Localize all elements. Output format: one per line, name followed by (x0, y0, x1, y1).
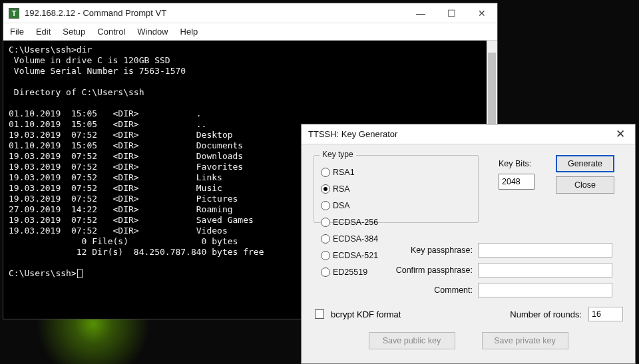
key-type-group: Key type RSA1RSADSAECDSA-256ECDSA-384ECD… (314, 155, 479, 223)
radio-label: ECDSA-521 (333, 251, 378, 260)
radio-label: ECDSA-256 (333, 218, 378, 227)
key-type-legend: Key type (320, 150, 356, 159)
dialog-title: TTSSH: Key Generator (308, 129, 397, 139)
close-button[interactable]: ✕ (467, 3, 497, 23)
radio-label: DSA (333, 201, 350, 210)
comment-label: Comment: (434, 285, 473, 295)
passphrase-input[interactable] (478, 243, 612, 258)
maximize-button[interactable]: ☐ (436, 3, 467, 23)
bcrypt-checkbox[interactable] (315, 309, 324, 319)
radio-label: RSA1 (333, 168, 355, 177)
menu-file[interactable]: File (10, 27, 24, 37)
rounds-label: Number of rounds: (510, 309, 582, 319)
confirm-passphrase-input[interactable] (478, 263, 612, 277)
radio-dot-icon (321, 268, 330, 277)
dialog-titlebar[interactable]: TTSSH: Key Generator ✕ (302, 124, 635, 144)
menu-bar: File Edit Setup Control Window Help (3, 23, 497, 41)
window-title: 192.168.2.12 - Command Prompt VT (25, 8, 166, 18)
cursor (77, 269, 83, 278)
menu-window[interactable]: Window (137, 27, 168, 37)
radio-dot-icon (321, 251, 330, 260)
menu-help[interactable]: Help (180, 27, 198, 37)
radio-ecdsa-256[interactable]: ECDSA-256 (321, 214, 399, 230)
dialog-close-button[interactable]: ✕ (606, 124, 635, 144)
radio-dot-icon (321, 168, 330, 177)
radio-label: ED25519 (333, 268, 367, 277)
menu-control[interactable]: Control (97, 27, 125, 37)
radio-label: ECDSA-384 (333, 234, 378, 244)
radio-dot-icon (321, 234, 330, 244)
key-generator-dialog: TTSSH: Key Generator ✕ Key type RSA1RSAD… (301, 124, 636, 364)
radio-label: RSA (333, 184, 350, 194)
menu-edit[interactable]: Edit (36, 27, 51, 37)
app-icon: T (9, 8, 19, 19)
radio-rsa[interactable]: RSA (321, 180, 399, 197)
minimize-button[interactable]: — (405, 3, 436, 23)
keybits-input[interactable] (499, 174, 534, 190)
radio-rsa1[interactable]: RSA1 (321, 164, 399, 180)
generate-button[interactable]: Generate (556, 155, 614, 172)
terminal-titlebar[interactable]: T 192.168.2.12 - Command Prompt VT — ☐ ✕ (3, 3, 497, 23)
menu-setup[interactable]: Setup (63, 27, 85, 37)
radio-ecdsa-521[interactable]: ECDSA-521 (321, 247, 399, 264)
radio-dot-icon (321, 201, 330, 210)
rounds-input[interactable] (588, 307, 623, 321)
radio-dsa[interactable]: DSA (321, 197, 399, 214)
radio-dot-icon (321, 218, 330, 227)
save-private-key-button[interactable]: Save private key (482, 332, 568, 349)
radio-ecdsa-384[interactable]: ECDSA-384 (321, 230, 399, 247)
radio-ed25519[interactable]: ED25519 (321, 264, 399, 280)
save-public-key-button[interactable]: Save public key (369, 332, 455, 349)
bcrypt-label: bcrypt KDF format (331, 309, 401, 319)
radio-dot-icon (321, 184, 330, 194)
comment-input[interactable] (478, 283, 612, 297)
close-button[interactable]: Close (556, 176, 614, 194)
keybits-label: Key Bits: (499, 159, 531, 168)
